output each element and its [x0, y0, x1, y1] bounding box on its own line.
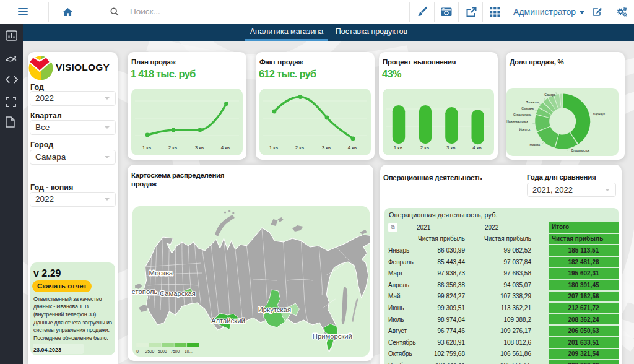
svg-text:Самарская: Самарская	[160, 290, 196, 297]
svg-text:Москва: Москва	[530, 143, 541, 147]
svg-text:Севастополь: Севастополь	[132, 288, 158, 295]
svg-text:1 кв.: 1 кв.	[394, 145, 404, 150]
svg-text:4 кв.: 4 кв.	[472, 145, 483, 150]
svg-text:Иркутская: Иркутская	[258, 306, 291, 313]
svg-text:3 кв.: 3 кв.	[446, 145, 457, 150]
svg-text:3 кв.: 3 кв.	[322, 145, 332, 150]
svg-text:Барнаул: Барнаул	[593, 112, 605, 116]
svg-text:Нижневартовск: Нижневартовск	[506, 119, 528, 123]
svg-text:Алтайский: Алтайский	[211, 317, 245, 324]
svg-text:1 кв.: 1 кв.	[269, 145, 280, 150]
svg-text:Приморский: Приморский	[313, 332, 352, 340]
svg-text:Владивосток: Владивосток	[571, 149, 590, 152]
svg-text:Тольятти: Тольятти	[526, 100, 539, 104]
svg-text:4 кв.: 4 кв.	[221, 145, 232, 150]
svg-text:5000: 5000	[158, 349, 167, 353]
svg-text:Москва: Москва	[149, 269, 173, 277]
svg-text:1 кв.: 1 кв.	[142, 145, 153, 150]
svg-text:2500: 2500	[145, 349, 154, 353]
svg-text:7500: 7500	[170, 349, 180, 353]
svg-text:Сызрань: Сызрань	[521, 106, 534, 110]
svg-text:3 кв.: 3 кв.	[195, 145, 206, 150]
svg-text:2 кв.: 2 кв.	[168, 145, 179, 150]
svg-text:0: 0	[136, 349, 139, 353]
svg-text:2 кв.: 2 кв.	[420, 145, 431, 150]
svg-text:Севастополь: Севастополь	[513, 113, 532, 116]
svg-text:Самара: Самара	[544, 93, 555, 97]
svg-text:4 кв.: 4 кв.	[348, 145, 358, 150]
svg-text:Иркутск: Иркутск	[519, 128, 531, 131]
svg-text:10...: 10...	[185, 349, 193, 353]
svg-text:2 кв.: 2 кв.	[295, 145, 306, 150]
